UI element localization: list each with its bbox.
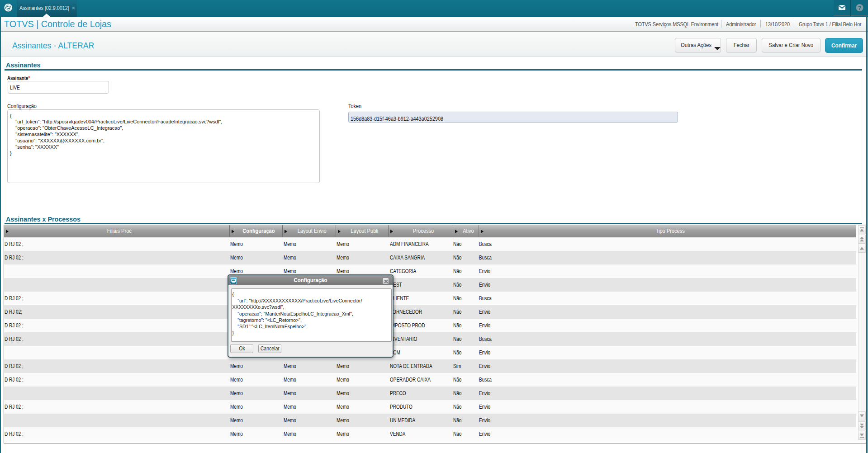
svg-text:?: ? [858, 5, 862, 11]
